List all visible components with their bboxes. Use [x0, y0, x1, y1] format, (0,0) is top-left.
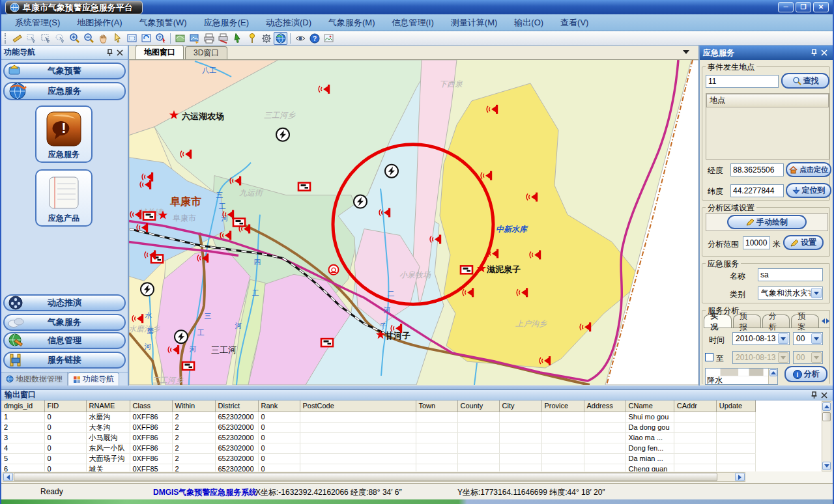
right-panel-close-icon[interactable]: [819, 48, 829, 57]
flag-marker-icon[interactable]: [461, 266, 472, 273]
pointer-icon[interactable]: [111, 32, 124, 45]
tab-scroll-left-icon[interactable]: [822, 318, 825, 324]
restore-button[interactable]: ❐: [796, 2, 811, 12]
analysis-range-input[interactable]: [743, 236, 770, 249]
tab-analysis[interactable]: 分析: [762, 315, 790, 328]
column-header[interactable]: RNAME: [86, 400, 130, 412]
event-location-search-input[interactable]: [706, 75, 779, 88]
output-hscrollbar[interactable]: [3, 472, 745, 482]
tab-3d-view[interactable]: 3D窗口: [185, 46, 227, 59]
flag-marker-icon[interactable]: [233, 219, 245, 227]
column-header[interactable]: County: [457, 400, 499, 412]
green-pointer-icon[interactable]: [231, 32, 244, 45]
column-header[interactable]: District: [215, 400, 258, 412]
scroll-right-icon[interactable]: [735, 473, 745, 481]
column-header[interactable]: Town: [416, 400, 457, 412]
search-button[interactable]: 查找: [781, 73, 829, 89]
service-name-input[interactable]: [758, 268, 823, 281]
goto-locate-button[interactable]: 定位到: [786, 183, 831, 198]
tab-live[interactable]: 实况: [704, 315, 732, 328]
scroll-down-icon[interactable]: [822, 462, 831, 470]
weather-station-icon[interactable]: [276, 128, 289, 141]
shortcut-emergency-service[interactable]: ! 应急服务: [35, 105, 93, 163]
flag-marker-icon[interactable]: [321, 339, 333, 346]
flag-marker-icon[interactable]: [298, 183, 310, 191]
tab-forecast[interactable]: 预报: [733, 315, 761, 328]
output-close-icon[interactable]: [819, 391, 829, 400]
identify-icon[interactable]: ?: [154, 32, 167, 45]
flag-marker-icon[interactable]: [182, 362, 194, 370]
minimize-button[interactable]: ─: [778, 2, 794, 12]
element-listbox[interactable]: 降水空气温度: [705, 368, 778, 385]
hour2-select-disabled[interactable]: 00: [793, 351, 823, 364]
menu-item[interactable]: 系统管理(S): [7, 17, 68, 29]
zoom-in-icon[interactable]: [68, 32, 81, 45]
dropdown-arrow-icon[interactable]: [778, 333, 788, 344]
sidebar-pin-icon[interactable]: [104, 48, 115, 57]
print-preview-icon[interactable]: [216, 32, 230, 45]
sidebar-group-weather-warning[interactable]: 气象预警: [3, 63, 126, 79]
column-header[interactable]: CAddr: [674, 400, 716, 412]
tab-function-nav[interactable]: 功能导航: [68, 372, 119, 385]
column-header[interactable]: Address: [584, 400, 626, 412]
menu-item[interactable]: 输出(O): [506, 17, 552, 29]
tab-plan[interactable]: 预案: [791, 315, 819, 328]
globe-icon[interactable]: [274, 32, 287, 45]
click-locate-button[interactable]: 点击定位: [786, 162, 831, 177]
select-lasso-icon[interactable]: [53, 32, 67, 45]
table-row[interactable]: 20大冬沟0XFF8626523020000Da dong gou: [1, 422, 755, 432]
table-row[interactable]: 50大面场子沟0XFF8626523020000Da mian ...: [1, 453, 755, 464]
date2-select-disabled[interactable]: 2010-08-13: [732, 351, 790, 364]
menu-item[interactable]: 查看(V): [552, 17, 597, 29]
pan-icon[interactable]: [96, 32, 110, 45]
right-panel-pin-icon[interactable]: [809, 48, 819, 57]
weather-station-icon[interactable]: [141, 283, 154, 296]
close-button[interactable]: ✕: [813, 2, 829, 12]
tab-map-view[interactable]: 地图窗口: [136, 45, 184, 59]
full-extent-icon[interactable]: [125, 32, 139, 45]
menu-item[interactable]: 地图操作(A): [68, 17, 130, 29]
output-table[interactable]: dmgis_idFIDRNAMEClassWithinDistrictRankP…: [1, 400, 756, 471]
sidebar-group-dynamic-deduction[interactable]: 动态推演: [3, 294, 126, 311]
dropdown-arrow-icon[interactable]: [811, 288, 822, 298]
output-vscrollbar[interactable]: [822, 401, 831, 471]
scroll-up-icon[interactable]: [822, 402, 831, 411]
menu-item[interactable]: 气象服务(M): [320, 17, 384, 29]
tab-scroll-right-icon[interactable]: [826, 318, 829, 324]
column-header[interactable]: Class: [130, 400, 172, 412]
weather-station-icon[interactable]: [385, 165, 398, 178]
picture-icon[interactable]: [322, 32, 336, 45]
flag-marker-icon[interactable]: [143, 212, 155, 220]
scroll-up-icon[interactable]: [769, 369, 777, 376]
menu-item[interactable]: 动态推演(D): [257, 17, 320, 29]
vscroll-thumb[interactable]: [822, 412, 831, 421]
longitude-input[interactable]: [730, 163, 784, 176]
service-type-select[interactable]: 气象和洪水灾害: [758, 287, 823, 300]
sidebar-group-emergency-service[interactable]: 应急服务: [3, 82, 126, 100]
weather-station-icon[interactable]: [175, 330, 188, 343]
column-header[interactable]: Within: [172, 400, 215, 412]
pin-icon[interactable]: [245, 32, 259, 45]
table-row[interactable]: 30小马厩沟0XFF8626523020000Xiao ma ...: [1, 432, 755, 443]
table-row[interactable]: 40东风一小队0XFF8626523020000Dong fen...: [1, 443, 755, 453]
set-range-button[interactable]: 设置: [783, 235, 824, 250]
column-header[interactable]: Update: [716, 400, 755, 412]
column-header[interactable]: City: [499, 400, 541, 412]
menu-item[interactable]: 气象预警(W): [131, 17, 195, 29]
layers-icon[interactable]: [173, 32, 187, 45]
listbox-scrollbar[interactable]: [768, 369, 777, 384]
column-header[interactable]: Provice: [541, 400, 584, 412]
select-rect-icon[interactable]: [39, 32, 53, 45]
table-row[interactable]: 10水磨沟0XFF8626523020000Shui mo gou: [1, 412, 755, 422]
hour-select[interactable]: 00: [793, 332, 823, 345]
column-header[interactable]: Rank: [258, 400, 300, 412]
output-pin-icon[interactable]: [809, 391, 819, 400]
gear-icon[interactable]: [259, 32, 273, 45]
to-checkbox[interactable]: [705, 353, 713, 361]
sidebar-close-icon[interactable]: [115, 48, 125, 57]
sidebar-group-info-management[interactable]: 信息管理: [3, 332, 126, 349]
select-arrow-icon[interactable]: [25, 32, 38, 45]
shortcut-emergency-product[interactable]: 应急产品: [35, 169, 93, 227]
tab-map-data-management[interactable]: 地图数据管理: [1, 372, 68, 385]
analyze-button[interactable]: i 分析: [784, 366, 827, 382]
